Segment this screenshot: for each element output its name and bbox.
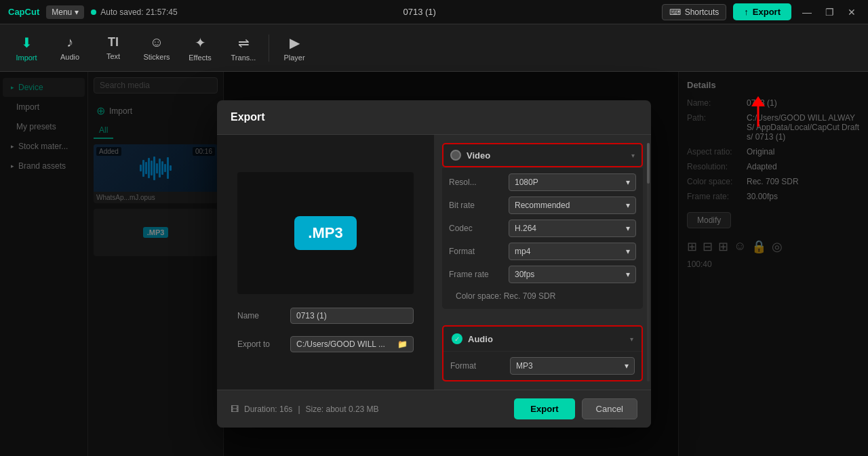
- player-icon: ▶: [290, 35, 300, 51]
- top-bar-left: CapCut Menu ▾ Auto saved: 21:57:45: [8, 5, 178, 19]
- modal-settings-area: Video ▾ Resol... 1080P ▾: [434, 135, 651, 390]
- video-checkbox[interactable]: [450, 150, 461, 161]
- minimize-button[interactable]: —: [798, 5, 816, 19]
- top-bar: CapCut Menu ▾ Auto saved: 21:57:45 0713 …: [0, 0, 868, 24]
- color-space-info: Color space: Rec. 709 SDR: [449, 289, 636, 304]
- modal-title: Export: [217, 100, 651, 135]
- toolbar-stickers-label: Stickers: [143, 53, 170, 61]
- codec-chevron-icon: ▾: [626, 224, 630, 233]
- auto-saved-indicator: Auto saved: 21:57:45: [91, 7, 177, 17]
- codec-select[interactable]: H.264 ▾: [509, 220, 636, 237]
- toolbar-text-label: Text: [106, 52, 120, 60]
- toolbar-transitions-label: Trans...: [231, 54, 256, 62]
- audio-format-value: MP3: [516, 361, 533, 371]
- maximize-button[interactable]: ❐: [821, 5, 838, 19]
- video-section-label: Video: [467, 150, 626, 161]
- menu-button[interactable]: Menu ▾: [46, 5, 84, 19]
- toolbar-text[interactable]: TI Text: [92, 28, 134, 68]
- film-icon: 🎞: [231, 405, 239, 414]
- toolbar-audio[interactable]: ♪ Audio: [49, 28, 91, 68]
- modal-overlay: Export .MP3 Name 0713 (1) Export to: [0, 72, 868, 456]
- resolution-select[interactable]: 1080P ▾: [509, 173, 636, 191]
- resolution-chevron-icon: ▾: [626, 178, 630, 187]
- format-select[interactable]: mp4 ▾: [509, 243, 636, 260]
- toolbar-transitions[interactable]: ⇌ Trans...: [222, 28, 264, 68]
- stickers-icon: ☺: [150, 35, 163, 50]
- red-arrow-indicator: [745, 96, 772, 130]
- project-title: 0713 (1): [403, 7, 435, 17]
- settings-scrollbar[interactable]: [647, 143, 650, 381]
- top-bar-right: ⌨ Shortcuts ↑ Export — ❐ ✕: [662, 3, 860, 20]
- footer-info: 🎞 Duration: 16s | Size: about 0.23 MB: [231, 405, 379, 414]
- bitrate-chevron-icon: ▾: [626, 201, 630, 210]
- export-top-label: Export: [753, 7, 781, 17]
- framerate-chevron-icon: ▾: [626, 270, 630, 279]
- audio-settings-group: ✓ Audio ▾ Format MP3 ▾: [442, 325, 643, 381]
- audio-section-header[interactable]: ✓ Audio ▾: [443, 327, 642, 351]
- cancel-button[interactable]: Cancel: [582, 398, 637, 419]
- video-chevron-icon: ▾: [631, 152, 635, 159]
- toolbar-audio-label: Audio: [60, 53, 79, 61]
- toolbar-player-label: Player: [283, 54, 304, 62]
- format-row: Format mp4 ▾: [449, 243, 636, 260]
- bitrate-select[interactable]: Recommended ▾: [509, 196, 636, 214]
- size-text: Size: about 0.23 MB: [306, 405, 379, 414]
- toolbar-import-label: Import: [16, 54, 37, 62]
- resolution-select-value: 1080P: [515, 178, 538, 187]
- export-to-field[interactable]: C:/Users/GOOD WILL ... 📁: [290, 336, 414, 352]
- preview-video-area: .MP3: [237, 172, 414, 294]
- framerate-row: Frame rate 30fps ▾: [449, 266, 636, 283]
- video-settings-group: Video ▾ Resol... 1080P ▾: [442, 143, 643, 309]
- modal-export-to-row: Export to C:/Users/GOOD WILL ... 📁: [237, 336, 414, 352]
- toolbar-player[interactable]: ▶ Player: [273, 28, 315, 68]
- close-button[interactable]: ✕: [844, 5, 860, 19]
- toolbar: ⬇ Import ♪ Audio TI Text ☺ Stickers ✦ Ef…: [0, 24, 868, 72]
- video-section-header[interactable]: Video ▾: [442, 143, 643, 167]
- toolbar-stickers[interactable]: ☺ Stickers: [136, 28, 178, 68]
- import-icon: ⬇: [21, 35, 33, 51]
- export-icon: ↑: [744, 7, 749, 17]
- bitrate-row: Bit rate Recommended ▾: [449, 196, 636, 214]
- toolbar-effects[interactable]: ✦ Effects: [179, 28, 221, 68]
- modal-body: .MP3 Name 0713 (1) Export to C:/Users/GO…: [217, 135, 651, 390]
- framerate-select[interactable]: 30fps ▾: [509, 266, 636, 283]
- bitrate-setting-label: Bit rate: [449, 201, 503, 210]
- footer-actions: Export Cancel: [514, 398, 637, 419]
- audio-section-label: Audio: [468, 334, 625, 344]
- audio-chevron-icon: ▾: [630, 335, 633, 343]
- framerate-setting-label: Frame rate: [449, 270, 503, 279]
- app-logo: CapCut: [8, 7, 39, 17]
- effects-icon: ✦: [195, 35, 206, 51]
- export-top-button[interactable]: ↑ Export: [733, 3, 791, 20]
- modal-footer: 🎞 Duration: 16s | Size: about 0.23 MB Ex…: [217, 390, 651, 428]
- keyboard-icon: ⌨: [669, 7, 681, 17]
- toolbar-import[interactable]: ⬇ Import: [5, 28, 47, 68]
- toolbar-divider: [269, 35, 269, 62]
- toolbar-effects-label: Effects: [189, 54, 211, 62]
- resolution-setting-label: Resol...: [449, 178, 503, 187]
- export-path-value: C:/Users/GOOD WILL ...: [296, 339, 385, 349]
- codec-select-value: H.264: [515, 224, 536, 233]
- audio-format-select[interactable]: MP3 ▾: [510, 357, 635, 375]
- export-modal: Export .MP3 Name 0713 (1) Export to: [217, 100, 651, 428]
- audio-settings-rows: Format MP3 ▾: [443, 352, 642, 380]
- shortcuts-button[interactable]: ⌨ Shortcuts: [662, 4, 727, 20]
- menu-arrow-icon: ▾: [75, 7, 79, 17]
- folder-icon: 📁: [397, 339, 408, 349]
- bitrate-select-value: Recommended: [515, 201, 570, 210]
- saved-dot-icon: [91, 9, 96, 15]
- audio-checkbox[interactable]: ✓: [452, 333, 462, 344]
- codec-setting-label: Codec: [449, 224, 503, 233]
- menu-label: Menu: [52, 7, 72, 17]
- scrollbar-thumb: [647, 143, 650, 184]
- shortcuts-label: Shortcuts: [685, 7, 719, 17]
- name-field[interactable]: 0713 (1): [290, 308, 414, 324]
- audio-format-chevron-icon: ▾: [625, 361, 629, 371]
- transitions-icon: ⇌: [238, 35, 250, 51]
- export-button[interactable]: Export: [514, 398, 574, 419]
- modal-preview-area: .MP3 Name 0713 (1) Export to C:/Users/GO…: [217, 135, 434, 390]
- modal-name-label: Name: [237, 311, 285, 320]
- video-settings-rows: Resol... 1080P ▾ Bit rate Recommended: [442, 168, 643, 309]
- audio-icon: ♪: [66, 35, 73, 50]
- auto-saved-text: Auto saved: 21:57:45: [100, 7, 177, 17]
